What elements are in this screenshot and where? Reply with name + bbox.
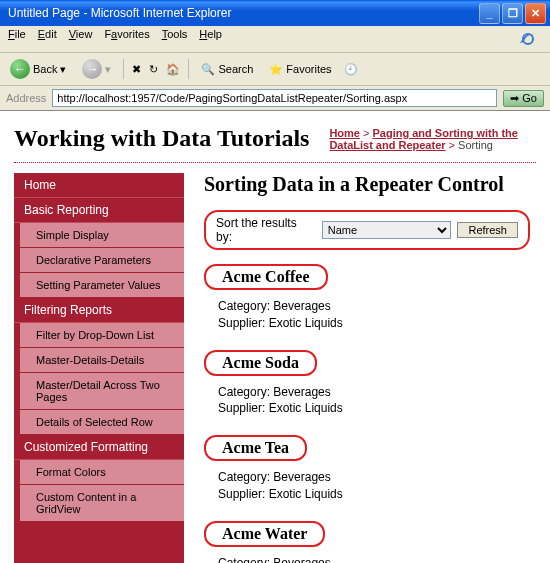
sidebar-section[interactable]: Customized Formatting (14, 435, 184, 460)
close-button[interactable]: ✕ (525, 3, 546, 24)
breadcrumb-home[interactable]: Home (329, 127, 360, 139)
history-icon[interactable]: 🕘 (344, 63, 358, 76)
home-icon[interactable]: 🏠 (166, 63, 180, 76)
product-meta: Category: Beverages (204, 555, 530, 563)
product-item: Acme TeaCategory: BeveragesSupplier: Exo… (204, 435, 530, 503)
window-title: Untitled Page - Microsoft Internet Explo… (4, 6, 479, 20)
refresh-icon[interactable]: ↻ (149, 63, 158, 76)
sort-label: Sort the results by: (216, 216, 316, 244)
restore-button[interactable]: ❐ (502, 3, 523, 24)
sidebar-item[interactable]: Details of Selected Row (14, 410, 184, 435)
sidebar-item[interactable]: Master-Details-Details (14, 348, 184, 373)
site-title: Working with Data Tutorials (14, 119, 309, 158)
product-name: Acme Soda (204, 350, 317, 376)
main-content: Sorting Data in a Repeater Control Sort … (198, 173, 536, 563)
sidebar-section[interactable]: Basic Reporting (14, 198, 184, 223)
sidebar-item[interactable]: Custom Content in a GridView (14, 485, 184, 522)
product-name: Acme Water (204, 521, 325, 547)
search-button[interactable]: 🔍 Search (197, 61, 257, 78)
sidebar-item[interactable]: Simple Display (14, 223, 184, 248)
forward-button: → ▾ (78, 57, 115, 81)
menu-view[interactable]: View (69, 28, 93, 50)
sidebar-item[interactable]: Declarative Parameters (14, 248, 184, 273)
breadcrumb-current: Sorting (458, 139, 493, 151)
sort-controls: Sort the results by: Name Refresh (204, 210, 530, 250)
product-meta: Category: BeveragesSupplier: Exotic Liqu… (204, 384, 530, 418)
product-name: Acme Coffee (204, 264, 328, 290)
refresh-button[interactable]: Refresh (457, 222, 518, 238)
page-heading: Sorting Data in a Repeater Control (204, 173, 530, 196)
go-button[interactable]: ➡ Go (503, 90, 544, 107)
menu-edit[interactable]: Edit (38, 28, 57, 50)
favorites-button[interactable]: ⭐ Favorites (265, 61, 335, 78)
menubar: File Edit View Favorites Tools Help (0, 26, 550, 53)
sidebar-section[interactable]: Filtering Reports (14, 298, 184, 323)
sidebar-section[interactable]: Home (14, 173, 184, 198)
sidebar-item[interactable]: Master/Detail Across Two Pages (14, 373, 184, 410)
address-label: Address (6, 92, 46, 104)
sidebar-item[interactable]: Setting Parameter Values (14, 273, 184, 298)
menu-tools[interactable]: Tools (162, 28, 188, 50)
sidebar-item[interactable]: Format Colors (14, 460, 184, 485)
address-input[interactable] (52, 89, 497, 107)
product-name: Acme Tea (204, 435, 307, 461)
minimize-button[interactable]: _ (479, 3, 500, 24)
breadcrumb: Home > Paging and Sorting with the DataL… (309, 119, 536, 151)
toolbar: ←Back ▾ → ▾ ✖ ↻ 🏠 🔍 Search ⭐ Favorites 🕘 (0, 53, 550, 86)
sort-select[interactable]: Name (322, 221, 452, 239)
stop-icon[interactable]: ✖ (132, 63, 141, 76)
back-button[interactable]: ←Back ▾ (6, 57, 70, 81)
sidebar: HomeBasic ReportingSimple DisplayDeclara… (14, 173, 184, 563)
product-item: Acme SodaCategory: BeveragesSupplier: Ex… (204, 350, 530, 418)
menu-favorites[interactable]: Favorites (104, 28, 149, 50)
titlebar: Untitled Page - Microsoft Internet Explo… (0, 0, 550, 26)
menu-help[interactable]: Help (199, 28, 222, 50)
menu-file[interactable]: File (8, 28, 26, 50)
ie-logo-icon (512, 28, 542, 50)
product-meta: Category: BeveragesSupplier: Exotic Liqu… (204, 298, 530, 332)
sidebar-item[interactable]: Filter by Drop-Down List (14, 323, 184, 348)
product-item: Acme WaterCategory: Beverages (204, 521, 530, 563)
product-item: Acme CoffeeCategory: BeveragesSupplier: … (204, 264, 530, 332)
address-bar: Address ➡ Go (0, 86, 550, 111)
product-meta: Category: BeveragesSupplier: Exotic Liqu… (204, 469, 530, 503)
